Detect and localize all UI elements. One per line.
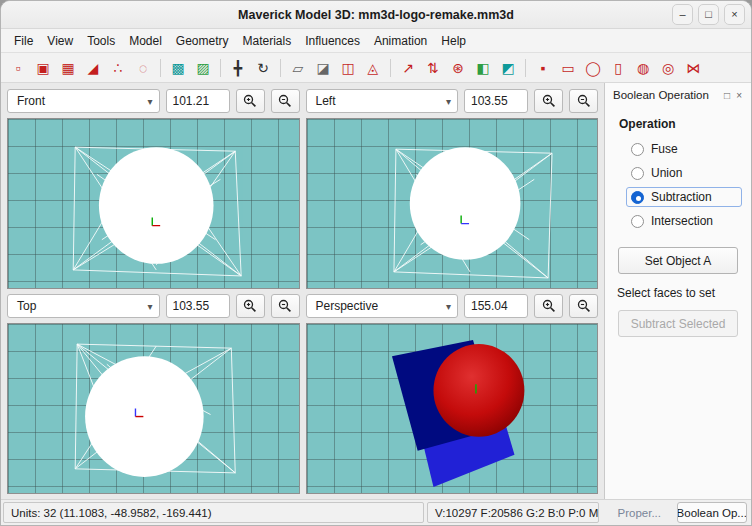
close-button[interactable]: × (724, 4, 745, 25)
menu-view[interactable]: View (40, 31, 80, 51)
viewport-canvas-top[interactable] (7, 323, 300, 494)
cube-primitive-button[interactable]: ◧ (471, 56, 495, 80)
subtract-selected-button[interactable]: Subtract Selected (618, 310, 738, 337)
hide-unselected-icon: ▩ (171, 61, 184, 75)
view-select-top[interactable]: Top ▾ (7, 294, 160, 318)
radio-subtraction-circle-icon[interactable] (631, 191, 644, 204)
flip-copy-icon: ▱ (293, 61, 304, 75)
set-object-a-button[interactable]: Set Object A (618, 247, 738, 274)
ellipse-primitive-button[interactable]: ◯ (581, 56, 605, 80)
radio-union[interactable]: Union (627, 164, 741, 182)
tab-boolean-operation[interactable]: Boolean Op... (677, 502, 748, 523)
app-window: Maverick Model 3D: mm3d-logo-remake.mm3d… (0, 0, 752, 526)
toolbar-separator (390, 59, 391, 77)
extrude-tool-button[interactable]: ↗ (396, 56, 420, 80)
zoom-value-top[interactable] (166, 294, 230, 318)
radio-fuse[interactable]: Fuse (627, 140, 741, 158)
zoom-in-button-left[interactable] (534, 89, 563, 113)
chevron-down-icon: ▾ (147, 96, 152, 107)
zoom-in-icon (242, 298, 258, 314)
select-connected-tool-button[interactable]: ▣ (31, 56, 55, 80)
texture-group-button[interactable]: ▨ (191, 56, 215, 80)
make-face-button[interactable]: ◬ (361, 56, 385, 80)
zoom-value-front[interactable] (166, 89, 230, 113)
radio-union-label: Union (651, 166, 682, 180)
close-panel-icon[interactable]: × (733, 90, 745, 101)
select-faces-hint: Select faces to set (617, 286, 751, 300)
hide-unselected-button[interactable]: ▩ (166, 56, 190, 80)
radio-subtraction-label: Subtraction (651, 190, 712, 204)
zoom-out-icon (277, 298, 293, 314)
torus-primitive-button[interactable]: ◎ (656, 56, 680, 80)
menu-model[interactable]: Model (122, 31, 169, 51)
select-groups-tool-button[interactable]: ▦ (56, 56, 80, 80)
menu-geometry[interactable]: Geometry (169, 31, 236, 51)
viewport-canvas-perspective[interactable] (306, 323, 599, 494)
front-wireframe-graphic (8, 119, 299, 288)
viewport-canvas-left[interactable] (306, 118, 599, 289)
flip-paste-button[interactable]: ◪ (311, 56, 335, 80)
zoom-out-button-front[interactable] (271, 89, 300, 113)
radio-intersection-circle-icon[interactable] (631, 215, 644, 228)
zoom-in-button-front[interactable] (236, 89, 265, 113)
select-points-tool-icon: ◌ (139, 61, 147, 75)
maximize-button[interactable]: □ (698, 4, 719, 25)
rotate-tool-button[interactable]: ↻ (251, 56, 275, 80)
view-select-top-value: Top (17, 299, 147, 313)
move-tool-button[interactable]: ╋ (226, 56, 250, 80)
rotate-tool-icon: ↻ (257, 61, 269, 75)
rect-primitive-button[interactable]: ▭ (556, 56, 580, 80)
tab-properties[interactable]: Proper... (604, 502, 675, 523)
menu-file[interactable]: File (7, 31, 40, 51)
radio-fuse-circle-icon[interactable] (631, 143, 644, 156)
select-faces-tool-button[interactable]: ◢ (81, 56, 105, 80)
projection-tool-button[interactable]: ◫ (336, 56, 360, 80)
zoom-out-button-top[interactable] (271, 294, 300, 318)
viewport-canvas-front[interactable] (7, 118, 300, 289)
main-area: Front ▾ (1, 83, 751, 499)
select-vertices-tool-button[interactable]: ∴ (106, 56, 130, 80)
select-all-tool-button[interactable]: ▫ (6, 56, 30, 80)
menu-help[interactable]: Help (434, 31, 473, 51)
view-select-left[interactable]: Left ▾ (306, 89, 459, 113)
spherify-tool-button[interactable]: ⊛ (446, 56, 470, 80)
zoom-in-icon (541, 93, 557, 109)
select-points-tool-button[interactable]: ◌ (131, 56, 155, 80)
viewport-front-controls: Front ▾ (7, 88, 300, 114)
viewport-perspective: Perspective ▾ (306, 293, 599, 494)
zoom-out-button-left[interactable] (569, 89, 598, 113)
radio-union-circle-icon[interactable] (631, 167, 644, 180)
menu-materials[interactable]: Materials (236, 31, 299, 51)
select-groups-tool-icon: ▦ (61, 61, 74, 75)
minimize-button[interactable]: – (672, 4, 693, 25)
flip-copy-button[interactable]: ▱ (286, 56, 310, 80)
cube-primitive-icon: ◧ (476, 61, 489, 75)
menu-tools[interactable]: Tools (80, 31, 122, 51)
zoom-in-button-top[interactable] (236, 294, 265, 318)
minimize-icon: – (679, 8, 685, 20)
zoom-in-button-perspective[interactable] (534, 294, 563, 318)
panel-title: Boolean Operation (613, 89, 721, 101)
mesh-primitive-button[interactable]: ◩ (496, 56, 520, 80)
cylinder-primitive-button[interactable]: ▯ (606, 56, 630, 80)
radio-subtraction[interactable]: Subtraction (627, 188, 741, 206)
vertex-primitive-button[interactable]: ▪ (531, 56, 555, 80)
scale-tool-button[interactable]: ⇅ (421, 56, 445, 80)
view-select-front[interactable]: Front ▾ (7, 89, 160, 113)
zoom-out-button-perspective[interactable] (569, 294, 598, 318)
zoom-value-left[interactable] (464, 89, 528, 113)
zoom-value-perspective[interactable] (464, 294, 528, 318)
menu-animation[interactable]: Animation (367, 31, 434, 51)
polygon-primitive-button[interactable]: ⋈ (681, 56, 705, 80)
operation-group-label: Operation (619, 117, 751, 131)
flip-paste-icon: ◪ (316, 61, 329, 75)
view-select-perspective[interactable]: Perspective ▾ (306, 294, 459, 318)
menu-influences[interactable]: Influences (298, 31, 367, 51)
toolbar-separator (525, 59, 526, 77)
undock-panel-icon[interactable]: □ (721, 90, 733, 101)
move-tool-icon: ╋ (234, 61, 242, 75)
sphere-primitive-button[interactable]: ◍ (631, 56, 655, 80)
radio-intersection[interactable]: Intersection (627, 212, 741, 230)
titlebar[interactable]: Maverick Model 3D: mm3d-logo-remake.mm3d… (1, 1, 751, 29)
chevron-down-icon: ▾ (446, 96, 451, 107)
